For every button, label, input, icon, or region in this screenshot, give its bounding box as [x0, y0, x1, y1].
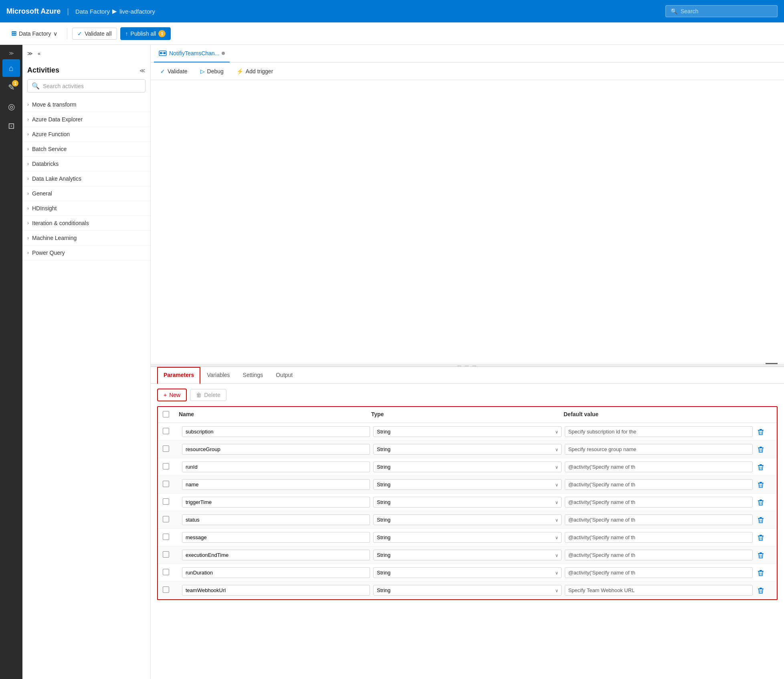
- activity-group-header[interactable]: › Batch Service: [22, 142, 150, 156]
- param-name-input[interactable]: [182, 444, 370, 455]
- delete-row-button[interactable]: [756, 586, 766, 595]
- param-name-input[interactable]: [182, 426, 370, 437]
- activity-group-item[interactable]: › Move & transform: [22, 97, 150, 112]
- add-trigger-button[interactable]: ⚡ Add trigger: [233, 66, 276, 76]
- nav-home[interactable]: ⌂: [2, 59, 20, 77]
- activity-group-header[interactable]: › Azure Data Explorer: [22, 112, 150, 127]
- param-name-input[interactable]: [182, 585, 370, 596]
- activity-group-item[interactable]: › Iteration & conditionals: [22, 216, 150, 231]
- nav-monitor[interactable]: ◎: [2, 98, 20, 115]
- param-type-select[interactable]: String Int Bool Array Object Float: [373, 585, 561, 596]
- row-checkbox[interactable]: [163, 498, 169, 505]
- param-default-value-input[interactable]: [565, 567, 753, 578]
- param-default-value-input[interactable]: [565, 479, 753, 490]
- expand-icon[interactable]: ≫: [7, 49, 16, 58]
- row-checkbox[interactable]: [163, 516, 169, 522]
- activity-group-item[interactable]: › Databricks: [22, 157, 150, 171]
- activity-group-item[interactable]: › Azure Data Explorer: [22, 112, 150, 127]
- activity-group-header[interactable]: › Machine Learning: [22, 231, 150, 245]
- factory-name-dropdown[interactable]: ⊞ Data Factory ∨: [6, 27, 62, 40]
- param-default-value-input[interactable]: [565, 426, 753, 437]
- breadcrumb-factory-instance[interactable]: live-adfactory: [119, 8, 155, 15]
- validate-button[interactable]: ✓ Validate: [157, 66, 191, 76]
- param-type-select[interactable]: String Int Bool Array Object Float: [373, 514, 561, 525]
- param-name-input[interactable]: [182, 497, 370, 508]
- param-type-select[interactable]: String Int Bool Array Object Float: [373, 567, 561, 578]
- search-input[interactable]: [681, 8, 772, 14]
- activity-group-item[interactable]: › Batch Service: [22, 142, 150, 157]
- activity-group-item[interactable]: › Azure Function: [22, 127, 150, 142]
- param-name-input[interactable]: [182, 567, 370, 578]
- param-type-select[interactable]: String Int Bool Array Object Float: [373, 550, 561, 560]
- param-default-value-input[interactable]: [565, 532, 753, 543]
- param-name-input[interactable]: [182, 532, 370, 543]
- param-default-value-input[interactable]: [565, 444, 753, 455]
- param-default-value-input[interactable]: [565, 585, 753, 596]
- activity-group-item[interactable]: › Data Lake Analytics: [22, 171, 150, 186]
- param-name-input[interactable]: [182, 461, 370, 472]
- param-default-value-input[interactable]: [565, 497, 753, 508]
- param-default-value-input[interactable]: [565, 514, 753, 525]
- activities-search-input[interactable]: [43, 83, 141, 89]
- activity-group-header[interactable]: › Iteration & conditionals: [22, 216, 150, 230]
- param-default-value-input[interactable]: [565, 550, 753, 560]
- pipeline-tab-notify[interactable]: NotifiyTeamsChan...: [154, 45, 230, 62]
- delete-row-button[interactable]: [756, 550, 766, 560]
- activity-group-header[interactable]: › HDInsight: [22, 201, 150, 216]
- delete-row-button[interactable]: [756, 480, 766, 490]
- delete-row-button[interactable]: [756, 568, 766, 578]
- row-checkbox[interactable]: [163, 586, 169, 593]
- delete-parameter-button[interactable]: 🗑 Delete: [190, 389, 226, 401]
- param-name-input[interactable]: [182, 479, 370, 490]
- publish-all-button[interactable]: ↑ Publish all 1: [120, 27, 171, 40]
- panel-expand-icon[interactable]: ≫: [26, 49, 34, 58]
- delete-row-button[interactable]: [756, 515, 766, 525]
- activity-group-header[interactable]: › Power Query: [22, 246, 150, 260]
- delete-row-button[interactable]: [756, 533, 766, 542]
- row-checkbox[interactable]: [163, 481, 169, 487]
- row-checkbox[interactable]: [163, 534, 169, 540]
- debug-button[interactable]: ▷ Debug: [197, 66, 227, 76]
- row-checkbox[interactable]: [163, 428, 169, 434]
- row-checkbox[interactable]: [163, 463, 169, 469]
- delete-row-button[interactable]: [756, 445, 766, 454]
- activity-group-header[interactable]: › Data Lake Analytics: [22, 171, 150, 186]
- param-name-input[interactable]: [182, 550, 370, 560]
- activity-group-header[interactable]: › Azure Function: [22, 127, 150, 141]
- activity-group-header[interactable]: › Move & transform: [22, 97, 150, 112]
- new-parameter-button[interactable]: + New: [157, 389, 187, 401]
- breadcrumb-data-factory[interactable]: Data Factory: [75, 8, 110, 15]
- activity-group-item[interactable]: › General: [22, 186, 150, 201]
- panel-collapse-icon[interactable]: «: [36, 49, 42, 58]
- param-type-select[interactable]: String Int Bool Array Object Float: [373, 532, 561, 543]
- param-type-select[interactable]: String Int Bool Array Object Float: [373, 497, 561, 508]
- tab-output[interactable]: Output: [269, 367, 299, 384]
- nav-deploy[interactable]: ⊡: [2, 117, 20, 135]
- activity-group-item[interactable]: › Power Query: [22, 246, 150, 260]
- param-type-select[interactable]: String Int Bool Array Object Float: [373, 461, 561, 472]
- nav-edit[interactable]: ✎ 1: [2, 79, 20, 96]
- row-checkbox[interactable]: [163, 445, 169, 452]
- param-type-select[interactable]: String Int Bool Array Object Float: [373, 479, 561, 490]
- tab-variables[interactable]: Variables: [200, 367, 236, 384]
- delete-row-button[interactable]: [756, 498, 766, 507]
- row-checkbox[interactable]: [163, 569, 169, 575]
- activity-group-item[interactable]: › HDInsight: [22, 201, 150, 216]
- param-name-input[interactable]: [182, 514, 370, 525]
- activity-group-header[interactable]: › General: [22, 186, 150, 201]
- delete-row-button[interactable]: [756, 427, 766, 437]
- param-default-value-input[interactable]: [565, 461, 753, 472]
- row-checkbox[interactable]: [163, 551, 169, 558]
- param-type-select[interactable]: String Int Bool Array Object Float: [373, 444, 561, 455]
- collapse-control[interactable]: ≪: [139, 67, 145, 74]
- param-type-select[interactable]: String Int Bool Array Object Float: [373, 426, 561, 437]
- activities-search-box[interactable]: 🔍: [27, 79, 145, 93]
- tab-parameters[interactable]: Parameters: [157, 367, 200, 384]
- delete-row-button[interactable]: [756, 462, 766, 472]
- activity-group-header[interactable]: › Databricks: [22, 157, 150, 171]
- activity-group-item[interactable]: › Machine Learning: [22, 231, 150, 246]
- validate-all-button[interactable]: ✓ Validate all: [72, 28, 117, 40]
- tab-settings[interactable]: Settings: [236, 367, 270, 384]
- search-bar[interactable]: 🔍: [665, 5, 778, 17]
- select-all-checkbox[interactable]: [163, 411, 169, 417]
